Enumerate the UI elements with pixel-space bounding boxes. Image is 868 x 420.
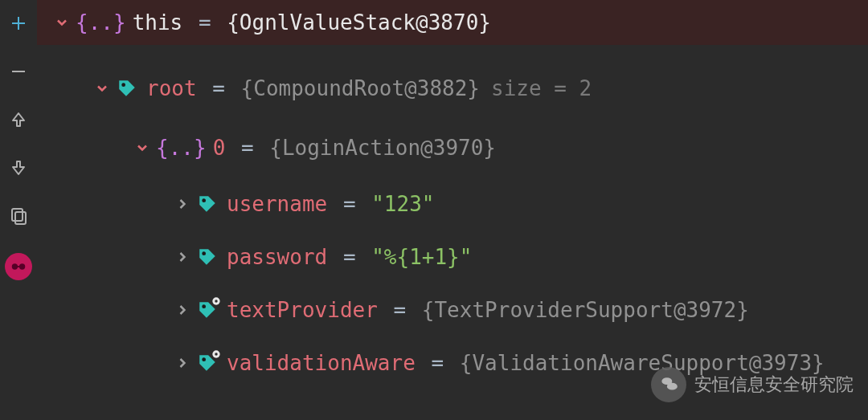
- variable-name: root: [146, 76, 197, 100]
- variable-name: this: [133, 10, 183, 35]
- svg-point-5: [121, 83, 125, 87]
- wechat-icon: [651, 367, 686, 402]
- variable-value: "%{1+1}": [371, 245, 472, 269]
- variable-name: 0: [213, 136, 226, 160]
- move-down-button[interactable]: [7, 157, 30, 179]
- svg-rect-4: [17, 266, 20, 267]
- field-tag-icon: [196, 246, 219, 268]
- chevron-down-icon[interactable]: [53, 14, 71, 31]
- move-up-button[interactable]: [7, 108, 30, 131]
- svg-rect-0: [12, 209, 23, 221]
- svg-point-11: [202, 357, 206, 361]
- variable-row-password[interactable]: password = "%{1+1}": [37, 234, 868, 279]
- arrow-up-icon: [9, 110, 28, 129]
- chevron-right-icon[interactable]: [174, 248, 191, 266]
- chevron-right-icon[interactable]: [174, 301, 191, 319]
- debugger-variables-pane: {..} this = {OgnlValueStack@3870} root =…: [0, 0, 868, 420]
- chevron-down-icon[interactable]: [133, 139, 151, 157]
- remove-watch-button[interactable]: [7, 60, 30, 83]
- svg-point-6: [202, 198, 206, 202]
- svg-point-13: [215, 353, 218, 356]
- variables-tree: {..} this = {OgnlValueStack@3870} root =…: [37, 0, 868, 420]
- svg-point-2: [12, 263, 18, 269]
- watermark: 安恒信息安全研究院: [651, 367, 854, 402]
- chevron-right-icon[interactable]: [174, 354, 191, 372]
- variable-name: validationAware: [227, 351, 416, 375]
- field-tag-gear-icon: [196, 352, 219, 374]
- variable-value: "123": [371, 192, 434, 216]
- arrow-down-icon: [9, 158, 28, 177]
- svg-rect-1: [15, 212, 26, 224]
- watermark-text: 安恒信息安全研究院: [694, 373, 854, 397]
- field-tag-gear-icon: [196, 299, 219, 321]
- copy-icon: [9, 206, 28, 226]
- svg-point-3: [19, 263, 25, 269]
- copy-button[interactable]: [7, 205, 30, 227]
- debugger-gutter: [0, 0, 37, 420]
- field-tag-icon: [196, 193, 219, 215]
- glasses-icon: [10, 258, 27, 275]
- svg-point-7: [202, 251, 206, 255]
- svg-point-10: [215, 300, 218, 303]
- variable-value: {TextProviderSupport@3972}: [422, 298, 749, 322]
- chevron-right-icon[interactable]: [174, 195, 191, 213]
- minus-icon: [9, 62, 28, 81]
- variable-row-root[interactable]: root = {CompoundRoot@3882} size = 2: [37, 66, 868, 111]
- avatar[interactable]: [5, 253, 32, 280]
- variable-name: textProvider: [227, 298, 378, 322]
- object-braces-icon: {..}: [156, 136, 207, 160]
- svg-point-8: [202, 304, 206, 308]
- plus-icon: [9, 14, 28, 33]
- gear-icon: [211, 296, 222, 307]
- variable-row-username[interactable]: username = "123": [37, 181, 868, 226]
- variable-row-this[interactable]: {..} this = {OgnlValueStack@3870}: [37, 0, 868, 45]
- variable-row-textprovider[interactable]: textProvider = {TextProviderSupport@3972…: [37, 287, 868, 332]
- variable-row-index-0[interactable]: {..} 0 = {LoginAction@3970}: [37, 125, 868, 170]
- equals-sign: =: [186, 10, 223, 35]
- variable-value: {CompoundRoot@3882}: [241, 76, 480, 100]
- chevron-down-icon[interactable]: [93, 80, 111, 97]
- add-watch-button[interactable]: [7, 12, 30, 35]
- variable-value: {OgnlValueStack@3870}: [227, 10, 491, 35]
- field-tag-icon: [116, 77, 138, 100]
- gear-icon: [211, 349, 222, 360]
- collection-size: size = 2: [491, 76, 592, 100]
- variable-value: {LoginAction@3970}: [269, 136, 496, 160]
- variable-name: password: [227, 245, 327, 269]
- object-braces-icon: {..}: [76, 10, 126, 35]
- variable-name: username: [227, 192, 327, 216]
